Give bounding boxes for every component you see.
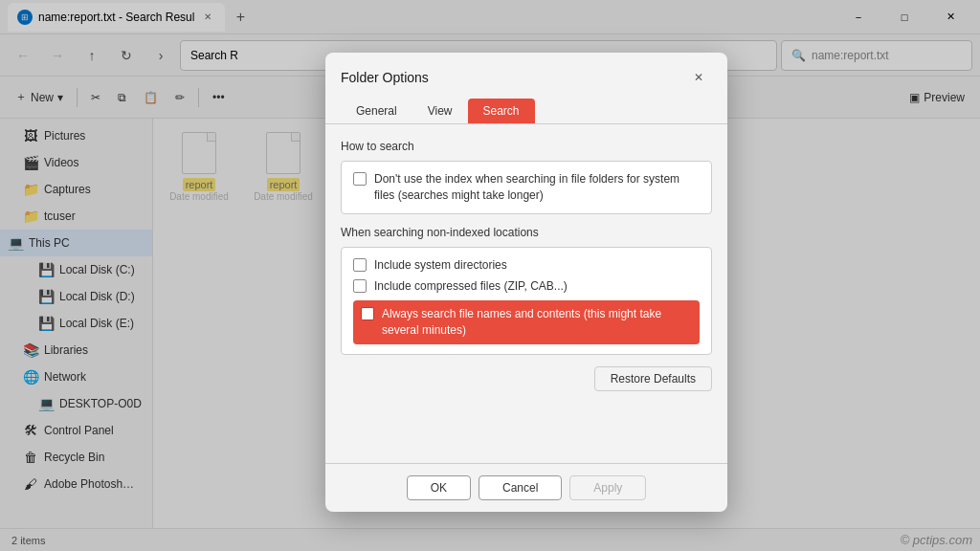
dialog-close-button[interactable]: ✕ — [685, 64, 712, 91]
always-search-checkbox[interactable] — [361, 307, 374, 320]
tab-view-label: View — [428, 104, 453, 118]
non-indexed-box: Include system directories Include compr… — [341, 247, 712, 355]
no-index-text: Don't use the index when searching in fi… — [374, 171, 700, 204]
dialog-overlay: Folder Options ✕ General View Search How… — [0, 0, 980, 551]
include-compressed-text: Include compressed files (ZIP, CAB...) — [374, 278, 568, 295]
include-system-checkbox[interactable] — [353, 258, 367, 272]
always-search-text: Always search file names and contents (t… — [382, 306, 692, 339]
cancel-button[interactable]: Cancel — [479, 475, 562, 500]
tab-general-label: General — [356, 104, 397, 118]
tab-search-label: Search — [483, 104, 520, 118]
tab-search[interactable]: Search — [468, 99, 535, 123]
dialog-tabs: General View Search — [325, 99, 727, 124]
include-compressed-checkbox[interactable] — [353, 279, 367, 293]
include-compressed-row: Include compressed files (ZIP, CAB...) — [353, 278, 700, 295]
include-system-row: Include system directories — [353, 257, 700, 274]
apply-button[interactable]: Apply — [569, 475, 646, 500]
restore-defaults-area: Restore Defaults — [341, 366, 712, 391]
dialog-footer: OK Cancel Apply — [325, 463, 727, 512]
always-search-row: Always search file names and contents (t… — [353, 300, 700, 344]
non-indexed-label: When searching non-indexed locations — [341, 226, 712, 239]
dialog-title: Folder Options — [341, 70, 678, 85]
how-to-search-box: Don't use the index when searching in fi… — [341, 161, 712, 214]
how-to-search-label: How to search — [341, 140, 712, 153]
no-index-row: Don't use the index when searching in fi… — [353, 171, 700, 204]
tab-general[interactable]: General — [341, 99, 412, 123]
dialog-content: How to search Don't use the index when s… — [325, 124, 727, 463]
ok-button[interactable]: OK — [407, 475, 471, 500]
restore-defaults-button[interactable]: Restore Defaults — [594, 366, 712, 391]
folder-options-dialog: Folder Options ✕ General View Search How… — [325, 53, 727, 512]
no-index-checkbox[interactable] — [353, 172, 367, 186]
dialog-title-bar: Folder Options ✕ — [325, 53, 727, 99]
tab-view[interactable]: View — [412, 99, 468, 123]
include-system-text: Include system directories — [374, 257, 507, 274]
